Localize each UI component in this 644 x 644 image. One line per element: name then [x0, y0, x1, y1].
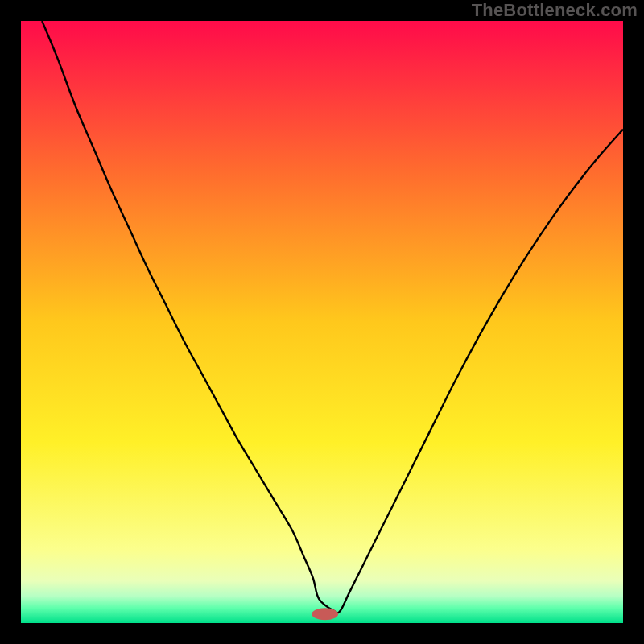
optimum-marker	[312, 608, 338, 620]
chart-frame: TheBottleneck.com	[0, 0, 644, 644]
watermark-text: TheBottleneck.com	[472, 0, 638, 21]
plot-area	[21, 21, 623, 623]
bottleneck-chart	[21, 21, 623, 623]
gradient-background	[21, 21, 623, 623]
